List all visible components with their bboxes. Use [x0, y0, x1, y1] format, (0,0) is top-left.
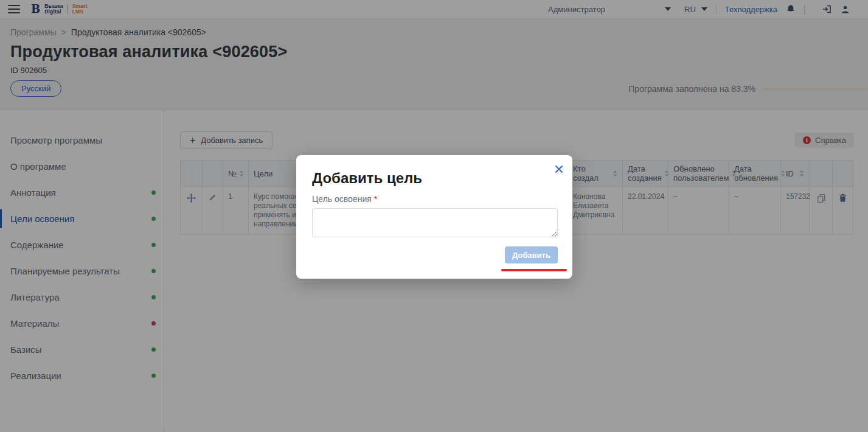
modal-title: Добавить цель [312, 170, 422, 187]
goal-field-label: Цель освоения * [312, 194, 377, 204]
submit-add-button[interactable]: Добавить [505, 246, 558, 263]
required-asterisk: * [374, 194, 377, 204]
close-icon[interactable] [554, 164, 564, 174]
add-goal-modal: Добавить цель Цель освоения * Добавить [296, 155, 572, 279]
app-window: В ВышкаDigital SmartLMS Администратор RU… [0, 0, 868, 432]
annotation-underline [501, 269, 567, 271]
goal-textarea[interactable] [312, 208, 558, 237]
